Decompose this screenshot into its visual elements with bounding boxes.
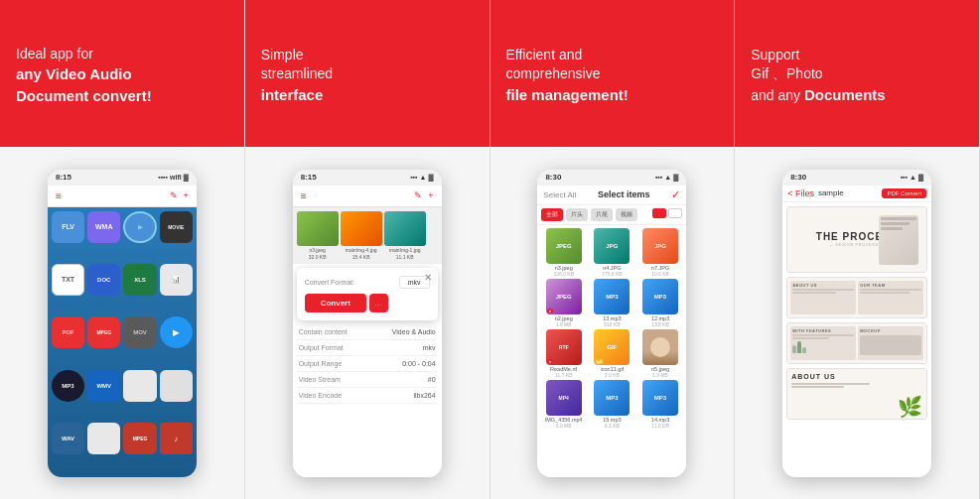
pdf-line-4 — [860, 292, 910, 294]
panel-3-tagline: Efficient and comprehensive file managem… — [506, 46, 719, 106]
status-bar-3: 8:30 ▪▪▪ ▲ ▓ — [537, 170, 686, 186]
file-icon-8[interactable] — [87, 423, 120, 454]
panel-4: Support Gif 、Photo and any Documents 8:3… — [735, 0, 980, 499]
filter-tab-0[interactable]: 全部 — [541, 208, 563, 221]
filter-tab-3[interactable]: 视频 — [616, 208, 637, 221]
panel-4-body: 8:30 ▪▪▪ ▲ ▓ < Files sample PDF Convert — [735, 147, 979, 499]
file-icon-txt[interactable]: TXT — [52, 264, 84, 296]
time-1: 8:15 — [56, 173, 71, 182]
select-title: Select items — [598, 189, 650, 199]
more-button[interactable]: ... — [369, 294, 388, 312]
pdf-content: THE PROCESS — DESIGN PROCESS — — [782, 202, 931, 428]
file-icon-doc[interactable]: DOC — [87, 264, 120, 296]
edit-icon-1[interactable]: ✎ — [170, 190, 178, 200]
grid-view-btn[interactable] — [652, 208, 666, 218]
thumb-3[interactable]: mainImg-1.jpg 11.1 KB — [384, 211, 426, 260]
detail-row-4: Video Encode libx264 — [297, 388, 438, 404]
wifi-icon-1: wifi — [170, 174, 182, 181]
file-icon-mpeg[interactable]: MPEG — [87, 316, 120, 348]
pdf-line-5 — [792, 334, 854, 336]
pdf-page-3: WITH FEATURES — [786, 322, 927, 364]
pdf-page-4: ABOUT US 🌿 — [786, 368, 927, 420]
pdf-hero-image — [879, 215, 918, 265]
file-icon-pdf[interactable]: PDF — [52, 316, 84, 348]
file-icon-avi[interactable]: ▶ — [123, 211, 156, 243]
phone-4-content: THE PROCESS — DESIGN PROCESS — — [782, 202, 931, 477]
file-icon-xls[interactable]: XLS — [123, 264, 156, 296]
about-section: ABOUT US 🌿 — [787, 369, 926, 419]
file-icon-9[interactable]: ♪ — [160, 423, 193, 454]
thumb-2[interactable]: mainImg-4.jpg 15.4 KB — [341, 211, 382, 260]
plant-icon: 🌿 — [898, 395, 922, 419]
phone-3: 8:30 ▪▪▪ ▲ ▓ Select All Select items ✓ 全… — [537, 170, 686, 477]
file-icon-mp3[interactable]: MP3 — [52, 370, 84, 402]
select-all-button[interactable]: Select All — [543, 190, 576, 199]
check-icon[interactable]: ✓ — [671, 188, 680, 201]
file-item-0[interactable]: JPEG n3.jpeg 226.0 KB — [540, 228, 587, 277]
status-bar-1: 8:15 ▪▪▪▪ wifi ▓ — [48, 170, 197, 186]
pdf-convert-btn[interactable]: PDF Convert — [882, 188, 926, 198]
file-icon-wav[interactable]: WAV — [52, 423, 84, 454]
pdf-hero: THE PROCESS — DESIGN PROCESS — — [787, 207, 926, 272]
file-item-7[interactable]: GIF gif icon11.gif 3.0 KB — [589, 329, 635, 378]
panel-1-tagline: Ideal app for any Video Audio Document c… — [16, 45, 228, 107]
menu-icon-2[interactable]: ≡ — [301, 190, 307, 201]
file-item-11[interactable]: MP3 14.mp3 11.8 KB — [637, 380, 684, 429]
file-item-2[interactable]: JPG n7.JPG 10.6 KB — [637, 228, 684, 277]
file-item-9[interactable]: MP4 IMG_4356.mp4 3.0 MB — [540, 380, 587, 429]
file-icon-13mp3: MP3 — [594, 279, 630, 314]
pdf-about-us: ABOUT US — [790, 281, 856, 314]
edit-icon-2[interactable]: ✎ — [414, 190, 422, 200]
pdf-line-1 — [792, 289, 854, 291]
file-item-5[interactable]: MP3 12.mp3 13.8 KB — [637, 279, 684, 327]
wifi-icon-2: ▲ — [420, 174, 427, 181]
phone-2-content: n3.jpeg 32.0 KB mainImg-4.jpg 15.4 KB ma… — [293, 207, 442, 477]
signal-3: ▪▪▪ — [655, 174, 662, 181]
dialog-close-icon[interactable]: ✕ — [424, 272, 432, 283]
file-icon-14mp3: MP3 — [642, 380, 678, 416]
status-bar-4: 8:30 ▪▪▪ ▲ ▓ — [782, 170, 931, 186]
nav-title-4: sample — [818, 188, 844, 197]
wifi-4: ▲ — [910, 174, 916, 181]
convert-button[interactable]: Convert — [305, 294, 366, 312]
panel-2-header: Simple streamlined interface — [245, 0, 490, 147]
thumb-1[interactable]: n3.jpeg 32.0 KB — [297, 211, 339, 260]
file-item-6[interactable]: RTF ● ReadMe.rtf 11.7 KB — [540, 329, 587, 378]
list-view-btn[interactable] — [668, 208, 682, 218]
file-icon-4[interactable]: 📊 — [160, 264, 193, 296]
wifi-3: ▲ — [664, 174, 671, 181]
file-icon-6[interactable] — [123, 370, 156, 402]
file-icon-wma[interactable]: WMA — [87, 211, 120, 243]
file-icon-wmv[interactable]: WMV — [87, 370, 120, 402]
file-grid-1: FLV WMA ▶ MOVIE TXT DOC XLS 📊 PDF MPEG M… — [48, 207, 197, 477]
file-item-4[interactable]: MP3 13.mp3 516 KB — [589, 279, 635, 327]
file-icon-readme: RTF ● — [546, 329, 582, 365]
filter-tab-1[interactable]: 片头 — [566, 208, 588, 221]
badge-red-readme: ● — [547, 359, 553, 364]
file-icon-5[interactable]: ▶ — [160, 316, 193, 348]
about-line-1 — [791, 383, 870, 385]
file-icon-flv[interactable]: FLV — [52, 211, 84, 243]
file-item-3[interactable]: JPEG ● n2.jpeg 1.8 MB — [540, 279, 587, 327]
file-item-1[interactable]: JPG n4.JPG 775.6 KB — [589, 228, 635, 277]
pdf-line-6 — [792, 337, 829, 339]
file-icon-12mp3: MP3 — [642, 279, 678, 314]
file-icon-mov[interactable]: MOV — [123, 316, 156, 348]
phone-2: 8:15 ▪▪▪ ▲ ▓ ≡ ✎ + n3.jp — [293, 170, 442, 477]
panel-4-header: Support Gif 、Photo and any Documents — [735, 0, 979, 147]
file-icon-7[interactable] — [160, 370, 193, 402]
panel-1: Ideal app for any Video Audio Document c… — [0, 0, 245, 499]
battery-3: ▓ — [673, 174, 678, 181]
nav-back-btn[interactable]: < Files — [787, 188, 814, 198]
file-item-10[interactable]: MP3 15.mp3 9.1 KB — [589, 380, 635, 429]
file-item-8[interactable]: n5.jpeg 1.9 MB — [637, 329, 684, 378]
file-icon-mpeg2[interactable]: MPEG — [123, 423, 156, 454]
pdf-page-2: ABOUT US OUR TEAM — [786, 277, 927, 318]
add-icon-1[interactable]: + — [184, 190, 189, 200]
file-icon-movie[interactable]: MOVIE — [160, 211, 193, 243]
time-2: 8:15 — [301, 173, 317, 182]
battery-icon-1: ▓ — [184, 174, 189, 181]
menu-icon-1[interactable]: ≡ — [56, 190, 62, 201]
filter-tab-2[interactable]: 片尾 — [591, 208, 613, 221]
add-icon-2[interactable]: + — [428, 190, 433, 200]
